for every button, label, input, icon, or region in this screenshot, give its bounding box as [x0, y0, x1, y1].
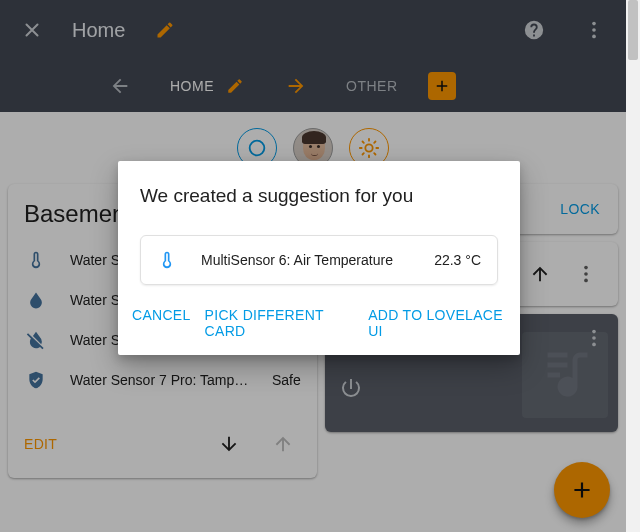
add-to-lovelace-button[interactable]: ADD TO LOVELACE UI — [368, 307, 508, 339]
dialog-title: We created a suggestion for you — [140, 185, 498, 207]
scrollbar-thumb[interactable] — [628, 0, 638, 60]
thermometer-icon — [157, 250, 177, 270]
suggested-entity-card: MultiSensor 6: Air Temperature 22.3 °C — [140, 235, 498, 285]
entity-name: MultiSensor 6: Air Temperature — [201, 252, 410, 268]
entity-state: 22.3 °C — [434, 252, 481, 268]
vertical-scrollbar[interactable] — [626, 0, 640, 532]
suggestion-dialog: We created a suggestion for you MultiSen… — [118, 161, 520, 355]
pick-different-card-button[interactable]: PICK DIFFERENT CARD — [205, 307, 355, 339]
cancel-button[interactable]: CANCEL — [132, 307, 191, 339]
